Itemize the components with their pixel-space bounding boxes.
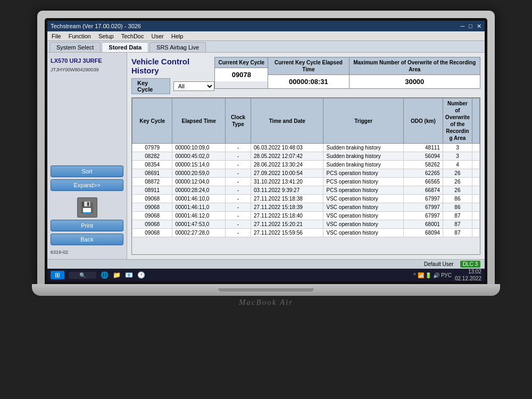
stat-max-overwrite-header: Maximum Number of Overwrite of the Recor…: [350, 57, 480, 75]
app-title: Techstream (Ver 17.00.020) - 3026: [51, 23, 141, 29]
filter-select[interactable]: All 07979 08282 08354 08691 08872 08911 …: [173, 81, 215, 91]
menu-function[interactable]: Function: [69, 33, 91, 39]
window-controls: ─ □ ✕: [461, 23, 481, 30]
stat-elapsed-time-value: 00000:08:31: [268, 75, 348, 88]
start-button[interactable]: ⊞: [51, 271, 64, 279]
table-row: 0906800001:46:12,0-27.11.2022 15:18:40VS…: [132, 212, 480, 220]
taskbar: ⊞ 🔍 🌐 📁 📧 🕐 ^ 📶 🔋 🔊 РУС 13:02 02.12.2022: [47, 269, 485, 281]
laptop-brand-label: MacBook Air: [239, 298, 293, 307]
taskbar-mail-icon[interactable]: 📧: [125, 271, 133, 279]
taskbar-edge-icon[interactable]: 🌐: [101, 271, 109, 279]
tab-bar: System Select Stored Data SRS Airbag Liv…: [47, 41, 485, 53]
menu-bar: File Function Setup TechDoc User Help: [47, 31, 485, 41]
table-row: 0906800001:46:11,0-27.11.2022 15:18:39VS…: [132, 203, 480, 212]
taskbar-clock-icon[interactable]: 🕐: [137, 271, 145, 279]
stat-elapsed-time: Current Key Cycle Elapsed Time 00000:08:…: [268, 57, 349, 88]
col-time-date: Time and Date: [251, 98, 323, 144]
taskbar-right: ^ 📶 🔋 🔊 РУС 13:02 02.12.2022: [413, 268, 481, 282]
laptop-outer: Techstream (Ver 17.00.020) - 3026 ─ □ ✕ …: [37, 11, 495, 284]
clock-display: 13:02 02.12.2022: [455, 268, 481, 282]
status-code: 6319-02: [51, 250, 123, 255]
app-content: LX570 URJ 3URFE JTJHY00W804290039 Sort E…: [47, 53, 485, 259]
maximize-btn[interactable]: □: [469, 23, 472, 30]
menu-techdoc[interactable]: TechDoc: [121, 33, 144, 39]
table-row: 0906800001:46:10,0-27.11.2022 15:18:38VS…: [132, 195, 480, 203]
table-row: 0887200000:12:04,0-31.10.2022 13:41:20PC…: [132, 178, 480, 186]
filter-label: Key Cycle: [131, 78, 170, 94]
menu-setup[interactable]: Setup: [98, 33, 114, 39]
col-clock-type: ClockType: [225, 98, 251, 144]
stats-container: Current Key Cycle 09078 Current Key Cycl…: [214, 57, 480, 89]
panel-title: Vehicle Control History: [131, 57, 214, 75]
status-bar: Default User DLC 3: [47, 259, 485, 269]
search-bar[interactable]: 🔍: [69, 272, 96, 279]
tab-stored-data[interactable]: Stored Data: [102, 42, 148, 52]
screen-bezel: Techstream (Ver 17.00.020) - 3026 ─ □ ✕ …: [45, 18, 487, 284]
titlebar: Techstream (Ver 17.00.020) - 3026 ─ □ ✕: [47, 21, 485, 31]
menu-help[interactable]: Help: [171, 33, 184, 39]
dlc-badge: DLC 3: [460, 261, 480, 268]
sys-tray: ^ 📶 🔋 🔊 РУС: [413, 272, 452, 278]
vin-number: JTJHY00W804290039: [51, 67, 123, 72]
col-odo: ODO (km): [403, 98, 443, 144]
taskbar-folder-icon[interactable]: 📁: [113, 271, 121, 279]
table-row: 0891100000:28:24,0-03.11.2022 9:39:27PCS…: [132, 186, 480, 195]
expand-button[interactable]: Expand>>: [51, 179, 123, 191]
data-table: Key Cycle Elapsed Time ClockType Time an…: [131, 97, 480, 255]
table-row: 0797900000:10:09,0-06.03.2022 10:48:03Su…: [132, 144, 480, 152]
minimize-btn[interactable]: ─: [461, 23, 465, 30]
filter-row: Key Cycle All 07979 08282 08354 08691 08…: [131, 78, 214, 94]
tab-srs-airbag[interactable]: SRS Airbag Live: [149, 42, 206, 52]
close-btn[interactable]: ✕: [477, 23, 481, 30]
floppy-icon: 💾: [77, 197, 97, 218]
main-panel: Vehicle Control History Key Cycle All 07…: [127, 53, 485, 259]
table-row: 0906800002:27:28,0-27.11.2022 15:59:56VS…: [132, 229, 480, 237]
laptop-hinge: [218, 288, 314, 292]
tab-system-select[interactable]: System Select: [49, 42, 101, 52]
sidebar: LX570 URJ 3URFE JTJHY00W804290039 Sort E…: [47, 53, 127, 259]
laptop-base: [32, 284, 500, 296]
stat-max-overwrite: Maximum Number of Overwrite of the Recor…: [350, 57, 480, 88]
table-row: 0869100000:20:59,0-27.09.2022 10:00:54PC…: [132, 169, 480, 178]
vehicle-model: LX570 URJ 3URFE: [51, 57, 123, 65]
table-row: 0906800001:47:53,0-27.11.2022 15:20:21VS…: [132, 220, 480, 229]
stat-current-key-cycle: Current Key Cycle 09078: [215, 57, 268, 88]
stat-current-key-cycle-header: Current Key Cycle: [215, 57, 268, 68]
menu-file[interactable]: File: [52, 33, 61, 39]
sort-button[interactable]: Sort: [51, 165, 123, 177]
stat-current-key-cycle-value: 09078: [215, 68, 268, 81]
col-key-cycle: Key Cycle: [132, 98, 172, 144]
menu-user[interactable]: User: [151, 33, 163, 39]
print-button[interactable]: Print: [51, 220, 123, 231]
stat-max-overwrite-value: 30000: [350, 75, 480, 88]
stat-elapsed-time-header: Current Key Cycle Elapsed Time: [268, 57, 348, 75]
table-row: 0828200000:45:02,0-28.05.2022 12:07:42Su…: [132, 152, 480, 161]
screen: Techstream (Ver 17.00.020) - 3026 ─ □ ✕ …: [47, 21, 485, 281]
col-overwrite: Number of Overwrite of the Recordin g Ar…: [443, 98, 472, 144]
default-user-label: Default User: [424, 261, 454, 267]
taskbar-left: ⊞ 🔍 🌐 📁 📧 🕐: [51, 271, 145, 279]
table-row: 0835400000:15:14,0-28.06.2022 13:30:24Su…: [132, 161, 480, 169]
back-button[interactable]: Back: [51, 234, 123, 245]
col-trigger: Trigger: [323, 98, 403, 144]
col-scroll: [472, 98, 480, 144]
col-elapsed-time: Elapsed Time: [172, 98, 226, 144]
